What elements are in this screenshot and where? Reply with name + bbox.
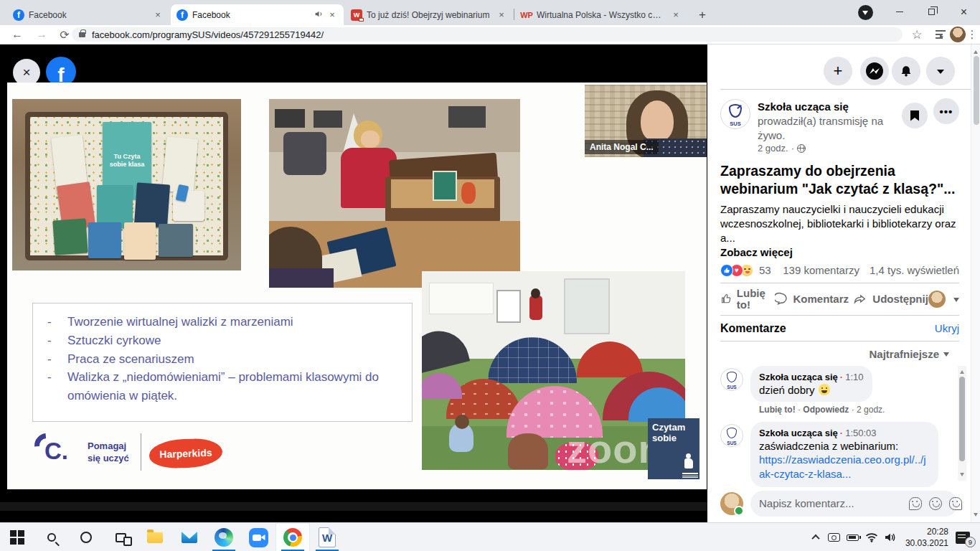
like-reaction-icon[interactable] <box>720 264 733 277</box>
post-more-button[interactable]: ••• <box>933 98 959 124</box>
battery-button[interactable] <box>844 523 862 551</box>
save-post-button[interactable] <box>902 103 928 128</box>
url-text[interactable]: facebook.com/programySUS/videos/45729125… <box>92 29 324 40</box>
tab-facebook-1[interactable]: f Facebook × <box>7 4 169 25</box>
page-scrollbar[interactable] <box>971 44 980 522</box>
tray-expand-button[interactable] <box>806 523 825 551</box>
wp-favicon: WP <box>521 9 532 21</box>
comment-link[interactable]: https://zaswiadczenia.ceo.org.pl/../jak-… <box>759 453 930 482</box>
emoji-icon[interactable] <box>929 497 942 510</box>
window-restore-button[interactable] <box>915 0 948 24</box>
book <box>52 218 88 255</box>
comment-bubble[interactable]: Szkoła ucząca się·1:10 dzień dobry <box>750 366 872 402</box>
minimize-icon <box>896 11 903 13</box>
start-button[interactable] <box>0 523 34 551</box>
tab-close-icon[interactable]: × <box>496 9 507 21</box>
comment-input[interactable] <box>759 497 902 509</box>
comments-sort-dropdown[interactable]: Najtrafniejsze <box>720 348 971 360</box>
chrome-menu-button[interactable]: ⋮ <box>966 25 979 44</box>
book <box>88 222 121 258</box>
tab-webinar-email[interactable]: W To już dziś! Obejrzyj webinarium × <box>345 4 513 25</box>
comment-bubble[interactable]: Szkoła ucząca się·1:50:03 zaświadczenia … <box>750 422 938 488</box>
account-menu-button[interactable] <box>926 57 955 85</box>
volume-button[interactable] <box>881 523 900 551</box>
comments-count[interactable]: 139 komentarzy <box>783 264 859 276</box>
forward-button[interactable]: → <box>32 25 52 44</box>
comment: SUS Szkoła ucząca się·1:50:03 zaświadcze… <box>720 422 949 488</box>
tab-search-button[interactable] <box>858 5 873 20</box>
search-button[interactable] <box>34 523 69 551</box>
comment-button[interactable]: Komentarz <box>775 292 854 306</box>
comment-author[interactable]: Szkoła ucząca się <box>759 428 838 438</box>
mail-button[interactable] <box>172 523 207 551</box>
sticker-icon[interactable] <box>949 497 962 510</box>
wifi-icon <box>865 532 878 542</box>
video-controls-strip[interactable] <box>0 502 707 511</box>
share-arrow-icon <box>853 292 867 306</box>
messenger-button[interactable] <box>860 57 889 85</box>
comment-like-link[interactable]: Lubię to! <box>759 405 796 415</box>
tab-facebook-2-active[interactable]: f Facebook × <box>171 4 344 25</box>
bookmark-star-button[interactable]: ☆ <box>908 25 926 44</box>
edge-button[interactable] <box>207 523 241 551</box>
scrollbar-thumb[interactable] <box>974 56 979 125</box>
commenter-avatar[interactable]: SUS <box>720 424 743 447</box>
photo-kids-suitcase <box>269 99 520 288</box>
media-controls-button[interactable] <box>931 25 950 44</box>
facebook-top-bar: + <box>720 44 971 90</box>
live-subtitle: prowadził(a) transmisję na żywo. <box>758 114 905 142</box>
scroll-down-arrow[interactable] <box>974 513 978 519</box>
window-minimize-button[interactable] <box>883 0 915 24</box>
back-button[interactable]: ← <box>7 25 27 44</box>
comment-input-pill[interactable] <box>750 491 958 517</box>
action-center-button[interactable]: 9 <box>956 532 970 544</box>
tab-close-icon[interactable]: × <box>152 9 164 21</box>
harperkids-logo: Harperkids <box>149 438 222 469</box>
new-tab-button[interactable]: + <box>693 6 712 24</box>
comment-timestamp[interactable]: 1:10 <box>845 372 863 382</box>
tab-close-icon[interactable]: × <box>670 9 682 21</box>
clock[interactable]: 20:28 30.03.2021 <box>905 526 948 549</box>
address-bar[interactable]: facebook.com/programySUS/videos/45729125… <box>72 27 903 42</box>
tab-close-icon[interactable]: × <box>326 9 338 21</box>
commenter-avatar[interactable]: SUS <box>720 368 743 391</box>
window-close-button[interactable]: × <box>948 0 980 24</box>
post-time[interactable]: 2 godz. <box>758 143 788 154</box>
logo-divider <box>141 433 141 471</box>
monitor <box>448 106 486 128</box>
tab-audio-icon[interactable] <box>314 9 324 21</box>
video-player[interactable]: × f Tu Czyta sobie klasa <box>0 44 707 522</box>
page-content: × f Tu Czyta sobie klasa <box>0 44 980 522</box>
post-header-actions: ••• <box>902 103 959 128</box>
share-button[interactable]: Udostępnij <box>853 292 928 306</box>
task-view-button[interactable] <box>103 523 138 551</box>
cortana-button[interactable] <box>69 523 103 551</box>
comments-scrollbar[interactable] <box>958 366 966 481</box>
comment-author[interactable]: Szkoła ucząca się <box>759 372 838 382</box>
file-explorer-button[interactable] <box>138 523 172 551</box>
chrome-button[interactable] <box>275 523 310 551</box>
hide-comments-link[interactable]: Ukryj <box>935 322 959 334</box>
tab-wirtualna-polska[interactable]: WP Wirtualna Polska - Wszystko co w × <box>515 4 687 25</box>
scroll-down-arrow[interactable] <box>960 473 964 479</box>
notifications-button[interactable] <box>892 57 920 85</box>
scrollbar-thumb[interactable] <box>959 377 965 461</box>
word-button[interactable]: W <box>310 523 344 551</box>
gif-icon[interactable] <box>909 497 922 510</box>
see-more-link[interactable]: Zobacz więcej <box>720 246 971 258</box>
like-button[interactable]: Lubię to! <box>720 288 775 311</box>
network-button[interactable] <box>862 523 881 551</box>
page-avatar[interactable]: SUS <box>720 99 750 129</box>
comment-reply-link[interactable]: Odpowiedz <box>803 405 849 415</box>
create-button[interactable]: + <box>824 57 852 85</box>
comment-timestamp[interactable]: 1:50:03 <box>845 428 876 438</box>
scroll-up-arrow[interactable] <box>960 368 964 374</box>
profile-avatar-button[interactable] <box>948 25 967 44</box>
meet-now-button[interactable] <box>825 523 844 551</box>
zoom-app-button[interactable] <box>241 523 275 551</box>
lock-icon[interactable] <box>79 32 85 37</box>
scroll-up-arrow[interactable] <box>974 48 978 54</box>
reaction-count[interactable]: 53 <box>759 264 771 276</box>
page-name[interactable]: Szkoła ucząca się <box>758 100 849 113</box>
comment-as-selector[interactable] <box>928 291 959 308</box>
